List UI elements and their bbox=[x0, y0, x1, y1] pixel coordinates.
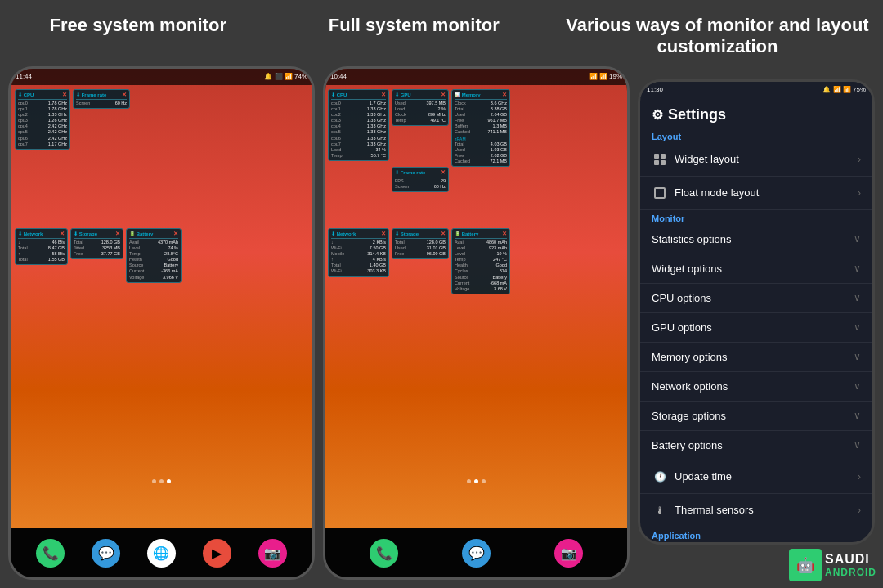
cpu-options-text: CPU options bbox=[652, 292, 711, 304]
chevron-down-icon-2: ∨ bbox=[854, 263, 861, 274]
phone-2-cpu-widget: ⬇ CPU ✕ cpu01.7 GHz cpu11.33 GHz cpu21.3… bbox=[328, 89, 389, 161]
gear-icon: ⚙ bbox=[652, 107, 663, 123]
dot-2 bbox=[474, 479, 478, 483]
phone-1-dots bbox=[11, 479, 312, 483]
network-options-text: Network options bbox=[652, 380, 728, 393]
dot-3 bbox=[482, 479, 486, 483]
watermark-logo: 🤖 bbox=[789, 549, 822, 581]
cpu-options-item[interactable]: CPU options ∨ bbox=[640, 284, 872, 313]
header-title-2: Full system monitor bbox=[276, 15, 553, 36]
chevron-down-icon-6: ∨ bbox=[854, 380, 861, 392]
phone-2: 10:44 📶 📶 19% ⬇ CPU ✕ cpu01.7 GHz cpu11.… bbox=[323, 66, 630, 580]
phone-1: 11:44 🔔 ⬛ 📶 74% ⬇ CPU ✕ cpu01.78 GHz cpu… bbox=[8, 66, 315, 580]
header-title-1: Free system monitor bbox=[0, 15, 276, 36]
dot-1 bbox=[152, 479, 156, 483]
chevron-down-icon-4: ∨ bbox=[854, 321, 861, 333]
phone-2-storage-widget: ⬇ Storage ✕ Total128.0 GB Used31.01 GB F… bbox=[392, 228, 449, 259]
statistics-options-item[interactable]: Statistics options ∨ bbox=[640, 225, 872, 254]
chevron-down-icon-7: ∨ bbox=[854, 410, 861, 421]
phone-1-network-widget: ⬇ Network ✕ ↓46 B/s Total8.47 GB ↑58 B/s… bbox=[15, 228, 68, 266]
phone-1-widgets: ⬇ CPU ✕ cpu01.78 GHz cpu11.78 GHz cpu21.… bbox=[11, 85, 312, 528]
battery-options-item[interactable]: Battery options ∨ bbox=[640, 431, 872, 460]
phone-1-bottom: 📞 💬 🌐 ▶ 📷 bbox=[11, 528, 312, 577]
settings-time: 11:30 bbox=[647, 86, 663, 93]
phone-2-time: 10:44 bbox=[330, 73, 347, 80]
phone-1-icons: 🔔 ⬛ 📶 74% bbox=[264, 73, 307, 80]
gpu-options-item[interactable]: GPU options ∨ bbox=[640, 313, 872, 343]
dot-2 bbox=[159, 479, 164, 483]
application-section-label: Application bbox=[640, 527, 872, 542]
svg-rect-4 bbox=[655, 188, 665, 198]
widget-layout-item[interactable]: Widget layout › bbox=[640, 143, 872, 177]
camera-icon-2[interactable]: 📷 bbox=[554, 539, 583, 568]
network-options-item[interactable]: Network options ∨ bbox=[640, 372, 872, 402]
svg-rect-1 bbox=[661, 154, 666, 159]
phone-2-memory-widget: 📊 Memory ✕ Clock3.6 GHz Total3.38 GB Use… bbox=[451, 89, 510, 167]
chevron-right-icon-2: › bbox=[858, 187, 861, 199]
thermal-sensors-text: Thermal sensors bbox=[675, 504, 754, 516]
widget-options-item[interactable]: Widget options ∨ bbox=[640, 254, 872, 284]
main-content: 11:44 🔔 ⬛ 📶 74% ⬇ CPU ✕ cpu01.78 GHz cpu… bbox=[0, 66, 883, 588]
gpu-options-text: GPU options bbox=[652, 321, 712, 334]
svg-rect-0 bbox=[654, 154, 659, 159]
phone-1-framerate-widget: ⬇ Frame rate ✕ Screen60 Hz bbox=[73, 89, 130, 109]
svg-rect-3 bbox=[661, 160, 666, 165]
widget-options-text: Widget options bbox=[652, 263, 722, 275]
float-layout-icon bbox=[652, 185, 668, 201]
chevron-down-icon-5: ∨ bbox=[854, 351, 861, 362]
header-title-3: Various ways of monitor and layoutcustom… bbox=[552, 15, 883, 58]
memory-options-item[interactable]: Memory options ∨ bbox=[640, 343, 872, 372]
play-icon[interactable]: ▶ bbox=[203, 539, 231, 568]
phone-2-bottom: 📞 💬 📷 bbox=[325, 528, 627, 577]
chevron-down-icon-3: ∨ bbox=[854, 292, 861, 303]
phone-2-widgets: ⬇ CPU ✕ cpu01.7 GHz cpu11.33 GHz cpu21.3… bbox=[325, 85, 627, 528]
phone-1-status: 11:44 🔔 ⬛ 📶 74% bbox=[11, 69, 312, 85]
phone-1-screen: 11:44 🔔 ⬛ 📶 74% ⬇ CPU ✕ cpu01.78 GHz cpu… bbox=[11, 69, 312, 528]
watermark-text: SAUDI ANDROID bbox=[825, 552, 876, 578]
statistics-options-text: Statistics options bbox=[652, 233, 732, 245]
header-col-2: Full system monitor bbox=[276, 15, 553, 58]
settings-app-header: ⚙ Settings bbox=[640, 98, 872, 128]
phone-2-gpu-widget: ⬇ GPU ✕ Used397.5 MB Load2 % Clock299 MH… bbox=[392, 89, 449, 127]
phone-1-battery-widget: 🔋 Battery ✕ Avail4370 mAh Level74 % Temp… bbox=[126, 228, 182, 283]
right-section: 11:30 🔔 📶 📶 75% ⚙ Settings Layout bbox=[638, 66, 875, 580]
settings-status-bar: 11:30 🔔 📶 📶 75% bbox=[640, 82, 872, 98]
chevron-right-icon: › bbox=[858, 154, 861, 165]
phone-2-status: 10:44 📶 📶 19% bbox=[325, 69, 627, 85]
watermark-saudi: SAUDI bbox=[825, 552, 870, 567]
storage-options-item[interactable]: Storage options ∨ bbox=[640, 402, 872, 431]
camera-icon[interactable]: 📷 bbox=[258, 539, 287, 568]
chrome-icon[interactable]: 🌐 bbox=[147, 539, 176, 568]
phone-icon[interactable]: 📞 bbox=[36, 539, 65, 568]
phone-2-battery-widget: 🔋 Battery ✕ Avail4860 mAh Level923 mAh L… bbox=[451, 228, 510, 294]
widget-layout-text: Widget layout bbox=[675, 153, 739, 165]
chevron-down-icon-1: ∨ bbox=[854, 233, 861, 245]
chevron-right-icon-4: › bbox=[858, 505, 861, 516]
clock-icon: 🕐 bbox=[652, 469, 668, 485]
memory-options-text: Memory options bbox=[652, 351, 727, 363]
watermark-android: ANDROID bbox=[825, 567, 876, 578]
header-col-3: Various ways of monitor and layoutcustom… bbox=[552, 15, 883, 58]
layout-section-label: Layout bbox=[640, 128, 872, 143]
phone-2-network-widget: ⬇ Network ✕ ↓2 KB/s Wi-Fi7.50 GB Mobile3… bbox=[328, 228, 389, 277]
thermal-sensors-item[interactable]: 🌡 Thermal sensors › bbox=[640, 494, 872, 527]
settings-status-icons: 🔔 📶 📶 75% bbox=[822, 86, 866, 93]
messages-icon-2[interactable]: 💬 bbox=[462, 539, 491, 568]
battery-options-text: Battery options bbox=[652, 439, 723, 451]
chevron-down-icon-8: ∨ bbox=[854, 439, 861, 451]
settings-panel: 11:30 🔔 📶 📶 75% ⚙ Settings Layout bbox=[638, 79, 875, 545]
widget-layout-icon bbox=[652, 151, 668, 168]
phone-1-cpu-widget: ⬇ CPU ✕ cpu01.78 GHz cpu11.78 GHz cpu21.… bbox=[15, 89, 70, 150]
dot-3 bbox=[167, 479, 171, 483]
float-mode-text: Float mode layout bbox=[675, 186, 759, 199]
svg-rect-2 bbox=[654, 160, 659, 165]
monitor-section-label: Monitor bbox=[640, 210, 872, 225]
float-mode-layout-item[interactable]: Float mode layout › bbox=[640, 177, 872, 210]
phone-icon-2[interactable]: 📞 bbox=[370, 539, 398, 568]
update-time-item[interactable]: 🕐 Update time › bbox=[640, 460, 872, 494]
settings-body[interactable]: ⚙ Settings Layout bbox=[640, 98, 872, 542]
settings-app-title: Settings bbox=[668, 106, 726, 123]
messages-icon[interactable]: 💬 bbox=[92, 539, 120, 568]
phone-2-screen: 10:44 📶 📶 19% ⬇ CPU ✕ cpu01.7 GHz cpu11.… bbox=[325, 69, 627, 528]
chevron-right-icon-3: › bbox=[858, 471, 861, 483]
